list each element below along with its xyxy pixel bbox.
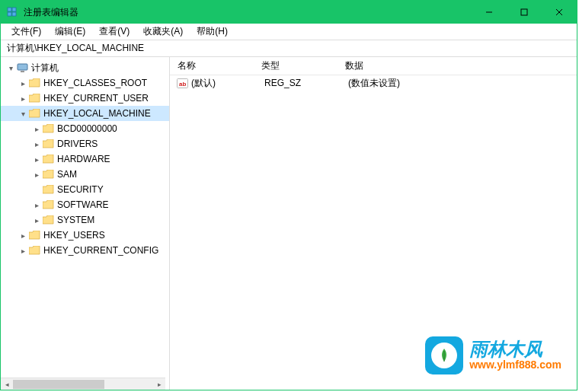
svg-rect-2 xyxy=(8,12,11,16)
address-bar[interactable]: 计算机\HKEY_LOCAL_MACHINE xyxy=(1,40,577,57)
string-value-icon: ab xyxy=(176,78,188,88)
menu-file[interactable]: 文件(F) xyxy=(7,24,46,40)
chevron-right-icon[interactable]: ▸ xyxy=(31,140,42,148)
chevron-right-icon[interactable]: ▸ xyxy=(31,171,42,179)
svg-rect-3 xyxy=(12,12,16,16)
tree-label: HKEY_CLASSES_ROOT xyxy=(43,78,147,88)
menubar: 文件(F) 编辑(E) 查看(V) 收藏夹(A) 帮助(H) xyxy=(1,24,577,40)
address-text: 计算机\HKEY_LOCAL_MACHINE xyxy=(7,42,144,55)
folder-icon xyxy=(42,169,54,180)
menu-edit[interactable]: 编辑(E) xyxy=(50,24,90,40)
chevron-right-icon[interactable]: ▸ xyxy=(18,94,28,103)
folder-icon xyxy=(42,184,54,195)
maximize-button[interactable] xyxy=(507,1,542,24)
registry-editor-window: 注册表编辑器 文件(F) 编辑(E) 查看(V) 收藏夹(A) 帮助(H) 计算… xyxy=(0,0,577,390)
tree-sam[interactable]: ▸ SAM xyxy=(1,167,169,182)
tree-label: HARDWARE xyxy=(57,154,110,164)
horizontal-scrollbar[interactable]: ◂ ▸ xyxy=(1,378,165,390)
svg-rect-0 xyxy=(8,8,11,11)
tree-hkey-users[interactable]: ▸ HKEY_USERS xyxy=(1,228,169,243)
tree-label: SYSTEM xyxy=(57,215,94,225)
tree-hkey-current-config[interactable]: ▸ HKEY_CURRENT_CONFIG xyxy=(1,243,169,258)
menu-view[interactable]: 查看(V) xyxy=(94,24,134,40)
tree-label: 计算机 xyxy=(31,62,59,75)
tree-label: DRIVERS xyxy=(57,139,98,149)
value-row-default[interactable]: ab (默认) REG_SZ (数值未设置) xyxy=(170,75,577,91)
folder-icon xyxy=(28,93,40,104)
tree-hkey-current-user[interactable]: ▸ HKEY_CURRENT_USER xyxy=(1,91,169,106)
tree-label: HKEY_CURRENT_USER xyxy=(43,93,149,104)
folder-icon xyxy=(42,123,54,134)
tree-drivers[interactable]: ▸ DRIVERS xyxy=(1,136,169,151)
tree-label: BCD00000000 xyxy=(57,123,117,134)
tree-label: HKEY_USERS xyxy=(43,230,105,241)
window-title: 注册表编辑器 xyxy=(24,6,78,19)
folder-icon xyxy=(42,215,54,225)
tree-panel[interactable]: ▾ 计算机 ▸ HKEY_CLASSES_ROOT ▸ HKEY_CURRENT… xyxy=(1,57,170,390)
window-controls xyxy=(472,1,577,24)
chevron-right-icon[interactable]: ▸ xyxy=(31,216,42,225)
computer-icon xyxy=(16,62,28,73)
svg-rect-5 xyxy=(521,9,527,15)
tree-label: HKEY_LOCAL_MACHINE xyxy=(43,108,151,119)
column-header-data[interactable]: 数据 xyxy=(345,59,577,72)
tree-label: HKEY_CURRENT_CONFIG xyxy=(43,245,158,256)
folder-icon xyxy=(42,139,54,149)
chevron-right-icon[interactable]: ▸ xyxy=(18,247,28,255)
tree-hardware[interactable]: ▸ HARDWARE xyxy=(1,151,169,167)
chevron-down-icon[interactable]: ▾ xyxy=(5,64,16,72)
value-name: (默认) xyxy=(191,77,264,90)
chevron-right-icon[interactable]: ▸ xyxy=(18,79,28,88)
app-icon xyxy=(7,6,19,18)
menu-favorites[interactable]: 收藏夹(A) xyxy=(139,24,187,40)
tree-root-computer[interactable]: ▾ 计算机 xyxy=(1,60,169,75)
tree-label: SAM xyxy=(57,169,77,180)
close-button[interactable] xyxy=(542,1,577,24)
folder-icon xyxy=(28,245,40,256)
column-header-type[interactable]: 类型 xyxy=(261,59,345,72)
titlebar[interactable]: 注册表编辑器 xyxy=(1,1,577,24)
minimize-button[interactable] xyxy=(472,1,507,24)
main-area: ▾ 计算机 ▸ HKEY_CLASSES_ROOT ▸ HKEY_CURRENT… xyxy=(1,57,577,390)
scroll-right-arrow-icon[interactable]: ▸ xyxy=(153,378,165,390)
tree-software[interactable]: ▸ SOFTWARE xyxy=(1,197,169,212)
tree-system[interactable]: ▸ SYSTEM xyxy=(1,212,169,228)
svg-rect-8 xyxy=(18,64,27,70)
folder-icon xyxy=(28,78,40,88)
tree-hkey-classes-root[interactable]: ▸ HKEY_CLASSES_ROOT xyxy=(1,75,169,91)
value-type: REG_SZ xyxy=(264,78,348,88)
tree-security[interactable]: ▸ SECURITY xyxy=(1,182,169,197)
tree-label: SECURITY xyxy=(57,184,104,195)
folder-icon xyxy=(42,199,54,210)
value-data: (数值未设置) xyxy=(348,77,577,90)
column-header-name[interactable]: 名称 xyxy=(170,59,261,72)
chevron-right-icon[interactable]: ▸ xyxy=(18,231,28,240)
scroll-thumb[interactable] xyxy=(13,380,104,389)
folder-icon xyxy=(28,108,40,119)
chevron-down-icon[interactable]: ▾ xyxy=(18,110,28,118)
chevron-right-icon[interactable]: ▸ xyxy=(31,155,42,164)
tree-hkey-local-machine[interactable]: ▾ HKEY_LOCAL_MACHINE xyxy=(1,106,169,121)
chevron-right-icon[interactable]: ▸ xyxy=(31,201,42,209)
menu-help[interactable]: 帮助(H) xyxy=(192,24,232,40)
chevron-right-icon[interactable]: ▸ xyxy=(31,125,42,133)
value-list-panel[interactable]: 名称 类型 数据 ab (默认) REG_SZ (数值未设置) xyxy=(170,57,577,390)
scroll-left-arrow-icon[interactable]: ◂ xyxy=(1,378,13,390)
tree-label: SOFTWARE xyxy=(57,199,109,210)
tree-bcd[interactable]: ▸ BCD00000000 xyxy=(1,121,169,136)
svg-rect-1 xyxy=(12,8,16,11)
folder-icon xyxy=(42,154,54,164)
list-header: 名称 类型 数据 xyxy=(170,57,577,75)
folder-icon xyxy=(28,230,40,241)
svg-text:ab: ab xyxy=(179,81,186,88)
svg-rect-9 xyxy=(21,71,24,72)
